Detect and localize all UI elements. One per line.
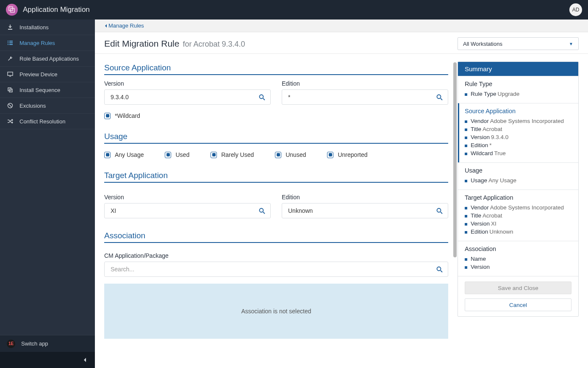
checkbox-icon: [104, 152, 111, 158]
cancel-button[interactable]: Cancel: [465, 298, 571, 311]
sidebar-item-conflict[interactable]: Conflict Resolution: [0, 114, 95, 129]
source-edition-label: Edition: [282, 80, 448, 87]
sidebar-item-label: Exclusions: [19, 103, 46, 109]
checkbox-icon: [275, 152, 281, 158]
usage-option-unused[interactable]: Unused: [275, 151, 306, 158]
target-version-label: Version: [104, 194, 271, 201]
monitor-icon: [7, 71, 14, 77]
usage-label: Unreported: [338, 151, 367, 158]
usage-label: Any Usage: [115, 151, 144, 158]
page-subtitle: for Acrobat 9.3.4.0: [183, 40, 245, 49]
form-area: Source Application Version: [95, 54, 458, 368]
main: Manage Rules Edit Migration Rule for Acr…: [95, 20, 588, 368]
usage-option-used[interactable]: Used: [165, 151, 189, 158]
shuffle-icon: [7, 118, 14, 124]
checkbox-icon: [165, 152, 171, 158]
source-version-input[interactable]: [105, 90, 270, 104]
download-icon: [7, 24, 14, 30]
association-search-wrap: [104, 262, 448, 277]
association-empty: Association is not selected: [104, 284, 448, 339]
target-section-title: Target Application: [104, 171, 448, 183]
chevron-left-icon: [83, 357, 87, 362]
usage-option-unreported[interactable]: Unreported: [327, 151, 367, 158]
search-icon[interactable]: [436, 208, 443, 214]
svg-rect-5: [8, 42, 8, 43]
wildcard-checkbox[interactable]: *Wildcard: [104, 112, 140, 119]
scrollbar[interactable]: [453, 62, 457, 257]
avatar[interactable]: AD: [569, 3, 582, 16]
sidebar-item-label: Manage Rules: [19, 40, 55, 46]
sidebar-item-label: Installations: [19, 24, 49, 31]
checkbox-icon: [211, 152, 217, 158]
switch-app-button[interactable]: 1E Switch app: [0, 335, 95, 352]
source-version-label: Version: [104, 80, 271, 87]
sidebar-item-label: Preview Device: [19, 71, 58, 78]
source-section-title: Source Application: [104, 63, 448, 75]
target-version-input[interactable]: [105, 204, 270, 218]
sidebar-item-label: Role Based Applications: [19, 56, 79, 62]
search-icon[interactable]: [259, 208, 265, 214]
svg-rect-6: [9, 42, 13, 43]
save-button[interactable]: Save and Close: [465, 282, 571, 294]
summary-group-ruletype: Rule Type Rule TypeUpgrade: [458, 76, 578, 103]
summary-title: Summary: [458, 62, 578, 76]
usage-option-any[interactable]: Any Usage: [104, 151, 144, 158]
workstation-dropdown[interactable]: All Workstations ▼: [458, 37, 579, 50]
sidebar-item-preview-device[interactable]: Preview Device: [0, 67, 95, 82]
sidebar-item-exclusions[interactable]: Exclusions: [0, 98, 95, 114]
summary-group-source: Source Application VendorAdobe Systems I…: [458, 103, 578, 162]
summary-group-title: Association: [465, 245, 571, 252]
breadcrumb-back-link[interactable]: Manage Rules: [104, 22, 144, 29]
search-icon[interactable]: [259, 94, 265, 100]
source-edition-input-wrap: [282, 89, 448, 105]
svg-rect-2: [8, 29, 12, 30]
association-field-label: CM Application/Package: [104, 252, 448, 259]
ban-icon: [7, 103, 14, 109]
checkbox-icon: [327, 152, 333, 158]
summary-line: Rule TypeUpgrade: [465, 90, 571, 98]
association-search-input[interactable]: [105, 262, 448, 276]
summary-group-target: Target Application VendorAdobe Systems I…: [458, 190, 578, 241]
bullet-icon: [465, 93, 467, 96]
search-icon[interactable]: [436, 266, 443, 273]
wrench-icon: [7, 56, 14, 61]
sidebar-item-role-based[interactable]: Role Based Applications: [0, 51, 95, 67]
source-edition-input[interactable]: [282, 90, 448, 104]
summary-group-title: Usage: [465, 167, 571, 174]
svg-rect-9: [8, 72, 13, 75]
usage-label: Used: [175, 151, 189, 158]
sidebar-item-label: Conflict Resolution: [19, 118, 65, 125]
target-version-input-wrap: [104, 203, 271, 218]
svg-rect-4: [9, 41, 13, 42]
breadcrumb-label: Manage Rules: [108, 22, 144, 29]
app-logo: [6, 4, 18, 16]
usage-option-rarely[interactable]: Rarely Used: [211, 151, 254, 158]
sidebar: Installations Manage Rules Role Based Ap…: [0, 20, 95, 368]
sidebar-item-install-sequence[interactable]: Install Sequence: [0, 82, 95, 98]
svg-point-17: [437, 267, 441, 270]
dropdown-value: All Workstations: [463, 41, 502, 47]
source-version-input-wrap: [104, 89, 271, 105]
svg-point-14: [437, 95, 441, 98]
sidebar-item-installations[interactable]: Installations: [0, 20, 95, 35]
summary-group-title: Target Application: [465, 194, 571, 201]
copy-icon: [7, 87, 14, 93]
svg-rect-3: [8, 41, 8, 42]
search-icon[interactable]: [436, 94, 443, 100]
usage-label: Rarely Used: [221, 151, 254, 158]
summary-group-title: Rule Type: [465, 81, 571, 87]
sidebar-item-manage-rules[interactable]: Manage Rules: [0, 35, 95, 51]
svg-point-13: [260, 95, 263, 98]
topbar: Application Migration AD: [0, 0, 588, 20]
summary-group-usage: Usage UsageAny Usage: [458, 162, 578, 190]
sidebar-item-label: Install Sequence: [19, 87, 60, 93]
switch-app-logo-icon: 1E: [7, 340, 15, 348]
collapse-sidebar-button[interactable]: [0, 352, 95, 368]
usage-label: Unused: [286, 151, 306, 158]
svg-rect-7: [8, 44, 8, 45]
target-edition-input-wrap: [282, 203, 448, 218]
checkbox-icon: [104, 113, 111, 119]
summary-group-association: Association Name Version: [458, 241, 578, 276]
target-edition-input[interactable]: [282, 204, 448, 218]
svg-point-16: [437, 208, 441, 212]
